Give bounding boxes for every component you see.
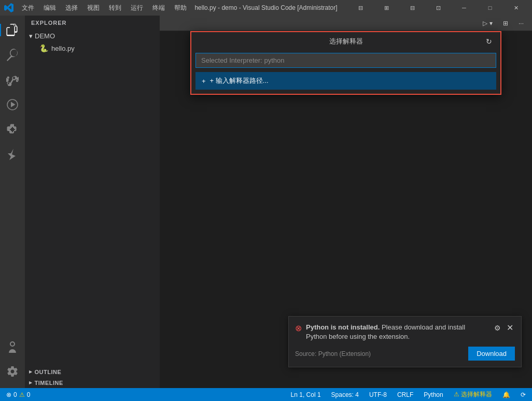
activity-account[interactable]	[0, 334, 25, 359]
activity-explorer[interactable]	[0, 18, 25, 42]
sidebar-bottom: ▸ OUTLINE ▸ TIMELINE	[25, 366, 160, 388]
python-notification: ⊗ Python is not installed. Please downlo…	[288, 316, 522, 367]
outline-label: OUTLINE	[35, 369, 62, 375]
menu-file[interactable]: 文件	[18, 3, 38, 13]
explorer-icon	[6, 24, 19, 36]
menu-run[interactable]: 运行	[127, 3, 147, 13]
window-close-btn[interactable]: ✕	[504, 0, 528, 16]
encoding-label: UTF-8	[369, 391, 387, 398]
test-icon	[6, 148, 19, 161]
menu-edit[interactable]: 编辑	[39, 3, 60, 13]
notification-close-button[interactable]: ✕	[505, 323, 515, 333]
run-debug-icon	[6, 98, 19, 111]
window-layout4-btn[interactable]: ⊡	[426, 0, 450, 16]
sidebar-file-hello-py[interactable]: 🐍 hello.py	[25, 42, 160, 54]
enter-interpreter-path-option[interactable]: + + 输入解释器路径...	[195, 72, 496, 90]
interpreter-label: ⚠ 选择解释器	[454, 390, 492, 399]
activity-bar	[0, 16, 25, 388]
interpreter-dialog: 选择解释器 ↻ + + 输入解释器路径...	[190, 31, 501, 95]
sidebar-folder-section: ▾ DEMO 🐍 hello.py	[25, 30, 160, 54]
sidebar-outline[interactable]: ▸ OUTLINE	[25, 366, 160, 377]
notification-bold-text: Python is not installed.	[306, 323, 380, 331]
menu-view[interactable]: 视图	[83, 3, 104, 13]
activity-source-control[interactable]	[0, 67, 25, 92]
statusbar-spaces[interactable]: Spaces: 4	[329, 391, 361, 398]
titlebar-menu: 文件 编辑 选择 视图 转到 运行 终端 帮助	[18, 3, 191, 13]
titlebar-left: 文件 编辑 选择 视图 转到 运行 终端 帮助	[4, 3, 191, 13]
window-controls: ⊟ ⊞ ⊟ ⊡ ─ □ ✕	[348, 0, 528, 16]
sidebar-title: EXPLORER	[25, 16, 160, 30]
activity-bottom	[0, 334, 25, 388]
dialog-header: 选择解释器 ↻	[191, 32, 500, 51]
activity-search[interactable]	[0, 42, 25, 67]
window-layout3-btn[interactable]: ⊟	[400, 0, 424, 16]
file-label: hello.py	[51, 45, 75, 52]
chevron-down-icon: ▾	[29, 32, 33, 40]
statusbar-left: ⊗ 0 ⚠ 0	[4, 391, 32, 398]
statusbar-eol[interactable]: CRLF	[395, 391, 415, 398]
window-maximize-btn[interactable]: □	[478, 0, 502, 16]
sidebar-timeline[interactable]: ▸ TIMELINE	[25, 377, 160, 388]
menu-selection[interactable]: 选择	[61, 3, 82, 13]
statusbar-interpreter[interactable]: ⚠ 选择解释器	[452, 390, 494, 399]
statusbar-notification-icon[interactable]: 🔔	[500, 391, 512, 398]
sidebar-folder-demo[interactable]: ▾ DEMO	[25, 30, 160, 42]
chevron-right-icon: ▸	[29, 379, 33, 386]
statusbar-errors[interactable]: ⊗ 0 ⚠ 0	[4, 391, 32, 398]
window-layout2-btn[interactable]: ⊞	[374, 0, 398, 16]
eol-label: CRLF	[397, 391, 413, 398]
bell-icon: 🔔	[502, 391, 510, 398]
error-count-icon: ⊗	[6, 391, 11, 398]
error-icon: ⊗	[295, 323, 302, 333]
statusbar-remote-icon[interactable]: ⟳	[519, 391, 528, 398]
folder-label: DEMO	[35, 32, 55, 40]
interpreter-search-input[interactable]	[195, 53, 496, 68]
notification-controls: ⚙ ✕	[492, 323, 515, 333]
search-icon	[6, 49, 19, 61]
statusbar-right: Ln 1, Col 1 Spaces: 4 UTF-8 CRLF Python …	[289, 390, 528, 399]
python-file-icon: 🐍	[39, 44, 48, 52]
statusbar-language[interactable]: Python	[422, 391, 445, 398]
spaces-label: Spaces: 4	[331, 391, 359, 398]
language-label: Python	[424, 391, 443, 398]
editor-area: ▷ ▾ ⊞ ··· 选择解释器 ↻ + + 输入解释器路径..	[160, 16, 532, 388]
warning-count: 0	[27, 391, 31, 398]
option-label: + 输入解释器路径...	[210, 76, 269, 85]
download-button[interactable]: Download	[468, 347, 515, 361]
cursor-position: Ln 1, Col 1	[291, 391, 321, 398]
main-container: EXPLORER ▾ DEMO 🐍 hello.py ▸ OUTLINE ▸ T…	[0, 16, 532, 388]
extensions-icon	[6, 123, 19, 136]
titlebar: 文件 编辑 选择 视图 转到 运行 终端 帮助 hello.py - demo …	[0, 0, 532, 16]
remote-icon: ⟳	[521, 391, 526, 398]
menu-help[interactable]: 帮助	[170, 3, 191, 13]
notification-text: Python is not installed. Please download…	[306, 323, 488, 341]
window-layout-btn[interactable]: ⊟	[348, 0, 372, 16]
notification-footer: Source: Python (Extension) Download	[295, 347, 515, 361]
activity-test[interactable]	[0, 142, 25, 167]
window-title: hello.py - demo - Visual Studio Code [Ad…	[194, 4, 337, 11]
statusbar: ⊗ 0 ⚠ 0 Ln 1, Col 1 Spaces: 4 UTF-8 CRLF…	[0, 388, 532, 401]
vscode-logo-icon	[4, 3, 13, 12]
source-control-icon	[6, 74, 19, 86]
window-minimize-btn[interactable]: ─	[452, 0, 476, 16]
dialog-refresh-button[interactable]: ↻	[484, 36, 494, 47]
notification-source: Source: Python (Extension)	[295, 350, 371, 357]
settings-icon	[6, 365, 19, 378]
menu-goto[interactable]: 转到	[105, 3, 125, 13]
activity-extensions[interactable]	[0, 117, 25, 142]
account-icon	[6, 340, 19, 353]
menu-terminal[interactable]: 终端	[148, 3, 169, 13]
plus-icon: +	[202, 77, 206, 85]
chevron-right-icon: ▸	[29, 368, 33, 375]
warning-count-icon: ⚠	[19, 391, 25, 398]
notification-settings-button[interactable]: ⚙	[492, 323, 502, 333]
activity-run-debug[interactable]	[0, 92, 25, 117]
sidebar: EXPLORER ▾ DEMO 🐍 hello.py ▸ OUTLINE ▸ T…	[25, 16, 160, 388]
notification-header: ⊗ Python is not installed. Please downlo…	[295, 323, 515, 341]
timeline-label: TIMELINE	[35, 380, 63, 386]
statusbar-position[interactable]: Ln 1, Col 1	[289, 391, 323, 398]
dialog-title: 选择解释器	[208, 37, 484, 46]
error-count: 0	[13, 391, 17, 398]
statusbar-encoding[interactable]: UTF-8	[367, 391, 389, 398]
activity-settings[interactable]	[0, 359, 25, 384]
